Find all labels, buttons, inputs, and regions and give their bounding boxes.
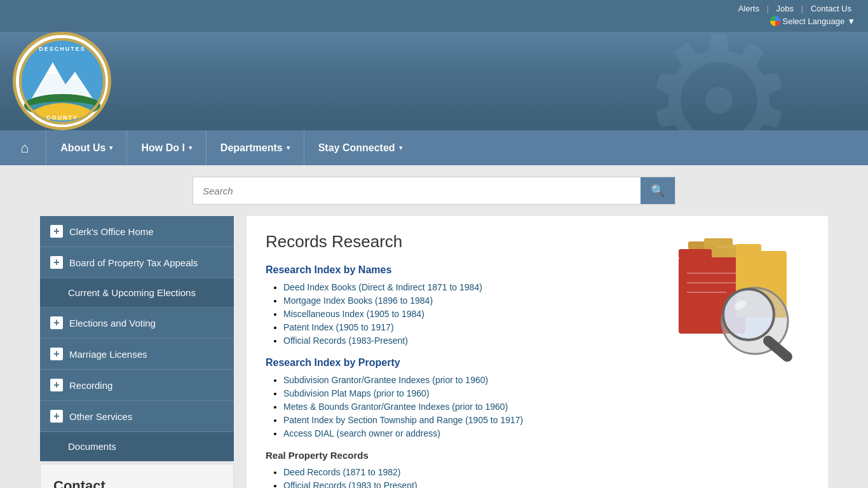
top-bar: Alerts | Jobs | Contact Us Select Langua… [0, 0, 868, 32]
gear-decoration: ⚙ [639, 32, 817, 130]
expand-icon: + [50, 410, 63, 423]
search-bar: 🔍 [193, 177, 675, 205]
link-access-dial[interactable]: Access DIAL (search owner or address) [283, 428, 440, 438]
search-button[interactable]: 🔍 [641, 177, 675, 204]
google-icon [770, 16, 780, 26]
home-nav-button[interactable]: ⌂ [13, 135, 36, 161]
link-patent-index[interactable]: Patent Index (1905 to 1917) [283, 322, 394, 332]
search-bar-wrapper: 🔍 [0, 165, 868, 216]
language-selector[interactable]: Select Language ▼ [770, 16, 855, 26]
header: ⚙ DESCHUTES COUNTY [0, 32, 868, 130]
alerts-link[interactable]: Alerts [738, 4, 759, 13]
research-property-list: Subdivision Grantor/Grantee Indexes (pri… [266, 375, 809, 438]
sidebar-nav: + Clerk's Office Home + Board of Propert… [40, 216, 234, 461]
nav-about-us[interactable]: About Us ▾ [46, 130, 126, 165]
folder-illustration [650, 229, 815, 369]
main-content: + Clerk's Office Home + Board of Propert… [27, 216, 841, 488]
expand-icon: + [50, 316, 63, 329]
link-official-records-1983[interactable]: Official Records (1983 to Present) [283, 480, 417, 488]
stay-connected-arrow: ▾ [399, 144, 402, 151]
expand-icon: + [50, 379, 63, 391]
link-official-records-1983[interactable]: Official Records (1983-Present) [283, 336, 408, 346]
sidebar: + Clerk's Office Home + Board of Propert… [40, 216, 234, 488]
svg-rect-20 [736, 244, 761, 252]
departments-arrow: ▾ [287, 144, 290, 151]
real-property-list: Deed Records (1871 to 1982) Official Rec… [266, 467, 809, 488]
logo-svg: DESCHUTES COUNTY [18, 37, 107, 126]
logo[interactable]: DESCHUTES COUNTY [13, 32, 111, 130]
svg-text:COUNTY: COUNTY [46, 114, 78, 121]
contact-box: ContactInformation [40, 464, 234, 488]
sidebar-item-elections-voting[interactable]: + Elections and Voting [40, 308, 234, 339]
main-panel: Records Research Research Index by Names… [247, 216, 828, 488]
search-input[interactable] [193, 177, 641, 204]
how-do-i-arrow: ▾ [189, 144, 192, 151]
link-subdivision-grantor[interactable]: Subdivision Grantor/Grantee Indexes (pri… [283, 375, 488, 385]
link-mortgage-index[interactable]: Mortgage Index Books (1896 to 1984) [283, 295, 433, 306]
link-deed-records-1871[interactable]: Deed Records (1871 to 1982) [283, 467, 400, 477]
sidebar-item-board-property-tax[interactable]: + Board of Property Tax Appeals [40, 247, 234, 278]
expand-icon: + [50, 348, 63, 360]
link-metes-bounds[interactable]: Metes & Bounds Grantor/Grantee Indexes (… [283, 402, 508, 412]
link-patent-section-township[interactable]: Patent Index by Section Township and Ran… [283, 415, 523, 425]
sidebar-item-documents[interactable]: Documents [40, 432, 234, 461]
expand-icon: + [50, 256, 63, 269]
nav-stay-connected[interactable]: Stay Connected ▾ [304, 130, 416, 165]
section-real-property-records: Real Property Records [266, 450, 809, 461]
sidebar-item-current-upcoming-elections[interactable]: Current & Upcoming Elections [40, 278, 234, 308]
nav-bar: ⌂ About Us ▾ How Do I ▾ Departments ▾ St… [0, 130, 868, 165]
sidebar-item-recording[interactable]: + Recording [40, 370, 234, 401]
link-deed-index[interactable]: Deed Index Books (Direct & Indirect 1871… [283, 282, 482, 292]
sidebar-item-marriage-licenses[interactable]: + Marriage Licenses [40, 339, 234, 370]
expand-icon: + [50, 225, 63, 238]
about-us-arrow: ▾ [109, 144, 112, 151]
svg-text:DESCHUTES: DESCHUTES [39, 46, 86, 52]
nav-departments[interactable]: Departments ▾ [206, 130, 304, 165]
contact-title: ContactInformation [53, 477, 220, 488]
contact-link[interactable]: Contact Us [811, 4, 851, 13]
language-label: Select Language [783, 17, 845, 26]
svg-rect-15 [679, 249, 712, 259]
link-misc-index[interactable]: Miscellaneous Index (1905 to 1984) [283, 309, 424, 319]
nav-how-do-i[interactable]: How Do I ▾ [126, 130, 205, 165]
sidebar-item-clerks-office-home[interactable]: + Clerk's Office Home [40, 216, 234, 247]
jobs-link[interactable]: Jobs [776, 4, 794, 13]
svg-point-22 [723, 289, 774, 340]
sidebar-item-other-services[interactable]: + Other Services [40, 401, 234, 432]
link-subdivision-plat[interactable]: Subdivision Plat Maps (prior to 1960) [283, 388, 430, 398]
svg-rect-13 [704, 238, 733, 246]
